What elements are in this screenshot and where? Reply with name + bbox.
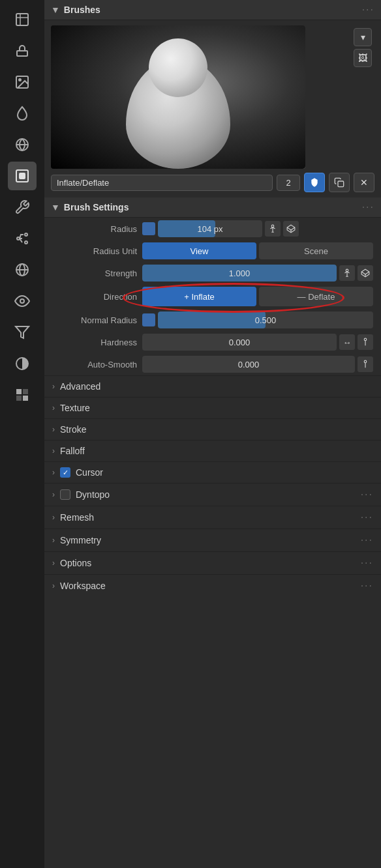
drop-icon[interactable] <box>8 99 37 128</box>
hardness-pin-icon[interactable] <box>358 334 373 350</box>
brush-preview-image <box>51 25 305 169</box>
strength-pin-icon[interactable] <box>339 265 355 281</box>
sidebar <box>0 0 44 868</box>
brush-number: 2 <box>277 175 300 191</box>
brushes-chevron[interactable]: ▼ <box>51 5 60 15</box>
normal-radius-control: 0.500 <box>142 311 373 328</box>
section-stroke-label: Stroke <box>60 424 86 435</box>
view-icon[interactable] <box>8 287 37 315</box>
section-dyntopo-dots: ··· <box>361 489 373 500</box>
radius-slider[interactable]: 104 px <box>158 220 262 237</box>
brush-settings-panel: Radius 104 px Radius Unit View Scen <box>44 218 381 597</box>
section-workspace-dots: ··· <box>361 580 373 592</box>
section-stroke[interactable]: › Stroke <box>44 418 381 440</box>
strength-slider[interactable]: 1.000 <box>142 265 337 282</box>
brush-settings-header[interactable]: ▼ Brush Settings ··· <box>44 197 381 218</box>
cube-icon[interactable] <box>8 5 37 34</box>
checkbox-cursor-checked[interactable]: ✓ <box>60 467 70 478</box>
checkbox-dyntopo-empty[interactable] <box>60 489 70 500</box>
svg-rect-8 <box>20 173 25 179</box>
radius-color-swatch[interactable] <box>142 222 155 235</box>
auto-smooth-pin-icon[interactable] <box>358 356 373 372</box>
normal-radius-slider[interactable]: 0.500 <box>158 311 373 328</box>
brush-settings-chevron[interactable]: ▼ <box>51 202 60 212</box>
brushes-section-header[interactable]: ▼ Brushes ··· <box>44 0 381 20</box>
wrench-icon[interactable] <box>8 193 37 222</box>
strength-control: 1.000 <box>142 265 373 282</box>
section-remesh-dots: ··· <box>361 512 373 523</box>
section-advanced-label: Advanced <box>60 381 100 392</box>
section-symmetry[interactable]: › Symmetry ··· <box>44 528 381 551</box>
brush-settings-title-left: ▼ Brush Settings <box>51 202 129 212</box>
radius-unit-view-btn[interactable]: View <box>142 242 256 259</box>
section-remesh-left: › Remesh <box>52 512 94 523</box>
section-texture[interactable]: › Texture <box>44 397 381 418</box>
section-advanced-chevron: › <box>52 382 55 391</box>
box-icon[interactable] <box>8 162 37 190</box>
strength-layers-icon[interactable] <box>358 265 373 281</box>
radius-unit-scene-btn[interactable]: Scene <box>259 242 373 259</box>
svg-point-15 <box>20 299 24 303</box>
preview-controls: ▾ 🖼 <box>354 28 372 67</box>
radius-layers-icon[interactable] <box>283 221 299 237</box>
section-falloff-chevron: › <box>52 446 55 456</box>
checker-icon[interactable] <box>8 381 37 409</box>
radius-unit-label: Radius Unit <box>52 246 137 256</box>
direction-buttons: + Inflate — Deflate <box>142 287 373 306</box>
section-falloff[interactable]: › Falloff <box>44 440 381 461</box>
shield-button[interactable] <box>304 173 325 192</box>
preview-image-btn[interactable]: 🖼 <box>354 49 372 67</box>
radius-row: Radius 104 px <box>44 218 381 240</box>
section-remesh-label: Remesh <box>60 512 94 523</box>
section-remesh[interactable]: › Remesh ··· <box>44 506 381 528</box>
collapsible-sections-list: › Advanced › Texture › Stroke › <box>44 375 381 597</box>
svg-marker-16 <box>16 326 29 338</box>
section-advanced-left: › Advanced <box>52 381 100 392</box>
strength-label: Strength <box>52 268 137 278</box>
funnel-icon[interactable] <box>8 318 37 347</box>
svg-rect-20 <box>16 396 22 401</box>
section-symmetry-left: › Symmetry <box>52 535 101 545</box>
svg-point-29 <box>364 338 367 341</box>
close-button[interactable]: ✕ <box>354 173 374 192</box>
radius-control: 104 px <box>142 220 373 237</box>
hardness-arrows-icon[interactable]: ↔ <box>339 334 355 350</box>
hardness-slider[interactable]: 0.000 <box>142 334 337 351</box>
radius-label: Radius <box>52 224 137 234</box>
half-circle-icon[interactable] <box>8 349 37 378</box>
section-stroke-chevron: › <box>52 425 55 434</box>
direction-row: Direction + Inflate — Deflate <box>44 284 381 309</box>
copy-button[interactable] <box>329 173 350 192</box>
section-dyntopo[interactable]: › Dyntopo ··· <box>44 483 381 506</box>
globe-icon[interactable] <box>8 130 37 159</box>
inflate-btn[interactable]: + Inflate <box>142 287 256 306</box>
radius-pin-icon[interactable] <box>265 221 281 237</box>
auto-smooth-slider[interactable]: 0.000 <box>142 356 355 373</box>
sphere-icon[interactable] <box>8 255 37 284</box>
section-texture-chevron: › <box>52 403 55 412</box>
section-remesh-chevron: › <box>52 513 55 522</box>
section-cursor[interactable]: › ✓ Cursor <box>44 461 381 483</box>
preview-expand-btn[interactable]: ▾ <box>354 28 372 46</box>
svg-point-5 <box>19 79 21 81</box>
auto-smooth-value: 0.000 <box>147 360 350 369</box>
strength-value: 1.000 <box>147 268 331 278</box>
normal-radius-value: 0.500 <box>163 315 368 325</box>
section-workspace-label: Workspace <box>60 581 106 591</box>
svg-rect-0 <box>16 14 28 25</box>
section-stroke-left: › Stroke <box>52 424 86 435</box>
normal-radius-color[interactable] <box>142 313 155 326</box>
brush-name-input[interactable] <box>51 175 273 191</box>
brush-settings-title: Brush Settings <box>64 202 129 212</box>
deflate-btn[interactable]: — Deflate <box>259 287 373 306</box>
section-advanced[interactable]: › Advanced <box>44 375 381 397</box>
stamp-icon[interactable] <box>8 36 37 65</box>
section-cursor-chevron: › <box>52 468 55 477</box>
section-options-label: Options <box>60 558 91 568</box>
section-workspace[interactable]: › Workspace ··· <box>44 574 381 597</box>
section-options[interactable]: › Options ··· <box>44 551 381 574</box>
image-icon[interactable] <box>8 68 37 96</box>
nodes-icon[interactable] <box>8 224 37 253</box>
hardness-control: 0.000 ↔ <box>142 334 373 351</box>
section-options-dots: ··· <box>361 557 373 569</box>
